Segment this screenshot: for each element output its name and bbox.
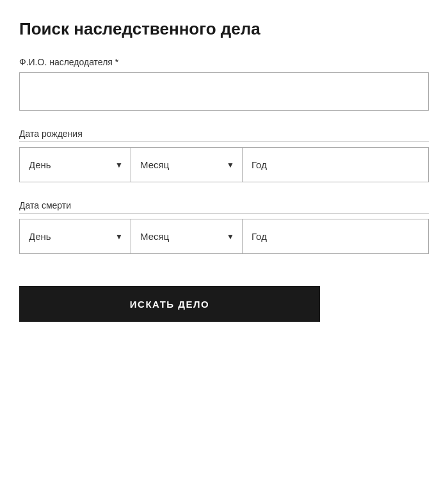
birth-month-wrapper: Месяц ЯнварьФевральМарт АпрельМайИюнь Ию… <box>131 147 243 182</box>
page-title: Поиск наследственного дела <box>19 19 429 39</box>
birth-date-group: Дата рождения День 12345 678910 11121314… <box>19 129 429 182</box>
birth-year-select[interactable]: Год for(let y=2024;y>=1900;y--) document… <box>243 148 428 182</box>
birth-date-label: Дата рождения <box>19 129 429 142</box>
search-button[interactable]: ИСКАТЬ ДЕЛО <box>19 286 320 322</box>
death-date-label: Дата смерти <box>19 200 429 214</box>
birth-day-select[interactable]: День 12345 678910 1112131415 1617181920 … <box>20 148 131 182</box>
fio-input[interactable] <box>19 72 429 111</box>
fio-label: Ф.И.О. наследодателя * <box>19 57 429 67</box>
death-day-wrapper: День 12345 678910 1112131415 1617181920 … <box>19 219 131 254</box>
birth-year-wrapper: Год for(let y=2024;y>=1900;y--) document… <box>242 147 429 182</box>
fio-field-group: Ф.И.О. наследодателя * <box>19 57 429 129</box>
birth-day-wrapper: День 12345 678910 1112131415 1617181920 … <box>19 147 131 182</box>
death-month-select[interactable]: Месяц ЯнварьФевральМарт АпрельМайИюнь Ию… <box>131 219 242 253</box>
death-month-wrapper: Месяц ЯнварьФевральМарт АпрельМайИюнь Ию… <box>131 219 243 254</box>
death-day-select[interactable]: День 12345 678910 1112131415 1617181920 … <box>20 219 131 253</box>
birth-month-select[interactable]: Месяц ЯнварьФевральМарт АпрельМайИюнь Ию… <box>131 148 242 182</box>
death-date-row: День 12345 678910 1112131415 1617181920 … <box>19 219 429 254</box>
death-date-group: Дата смерти День 12345 678910 1112131415… <box>19 200 429 254</box>
birth-date-row: День 12345 678910 1112131415 1617181920 … <box>19 147 429 182</box>
death-year-wrapper: Год for(let y=2024;y>=1900;y--) document… <box>242 219 429 254</box>
death-year-select[interactable]: Год for(let y=2024;y>=1900;y--) document… <box>243 219 428 253</box>
